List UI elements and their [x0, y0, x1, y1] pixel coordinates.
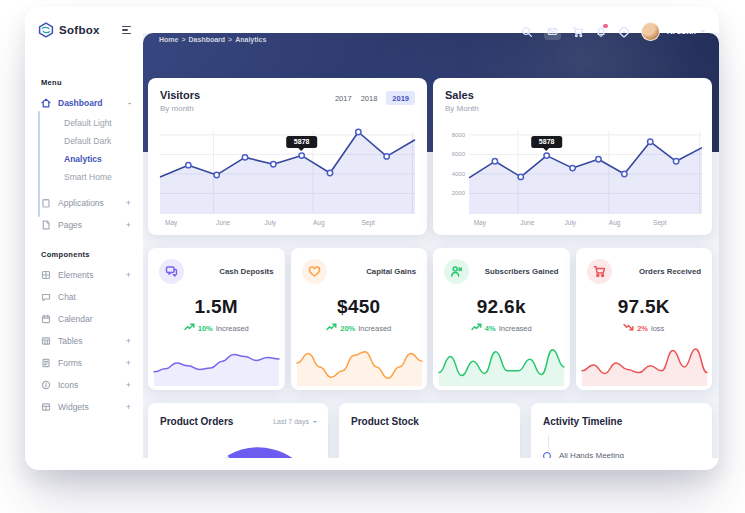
trend-up-icon [326, 323, 337, 333]
clipboard-icon [41, 198, 51, 208]
data-point-marker [356, 129, 361, 134]
sidebar-item-icons[interactable]: Icons + [25, 374, 143, 396]
data-point-marker [544, 153, 549, 158]
sidebar-item-analytics[interactable]: Analytics [25, 150, 143, 168]
breadcrumb-current: Analytics [235, 36, 266, 43]
stat-trend: 10% Increased [159, 323, 274, 333]
stat-trend: 2% loss [587, 323, 702, 333]
visitors-card: Visitors By month 2017 2018 2019 5878May… [148, 78, 427, 235]
x-axis-label: Sept [653, 219, 666, 226]
info-circle-icon [41, 380, 51, 390]
sidebar-item-widgets[interactable]: Widgets + [25, 396, 143, 418]
product-orders-donut-chart [193, 443, 323, 458]
calendar-icon [41, 314, 51, 324]
sidebar-item-chat[interactable]: Chat [25, 286, 143, 308]
stat-value: 97.5K [587, 296, 702, 318]
sidebar-item-applications[interactable]: Applications + [25, 192, 143, 214]
timeline-item[interactable]: All Hands Meeting [543, 451, 700, 458]
home-icon [41, 98, 51, 108]
sales-card: Sales By Month 5878MayJuneJulyAugSept800… [433, 78, 712, 235]
menu-section-label: Menu [41, 78, 143, 87]
x-axis-label: Sept [361, 219, 374, 226]
timeline-dot [543, 452, 551, 459]
activity-timeline-title: Activity Timeline [543, 416, 700, 427]
page-title: Analytics [159, 18, 216, 32]
x-axis-label: May [474, 219, 486, 226]
chart-tooltip: 5878 [286, 136, 318, 148]
stat-label: Subscribers Gained [485, 267, 559, 276]
breadcrumb-dashboard[interactable]: Dashboard [189, 36, 226, 43]
sidebar-item-tables[interactable]: Tables + [25, 330, 143, 352]
avatar[interactable] [641, 22, 660, 41]
visitors-subtitle: By month [160, 104, 415, 113]
chevron-down-icon [700, 30, 706, 36]
data-point-marker [673, 159, 678, 164]
sidebar-collapse-icon[interactable] [120, 24, 133, 36]
chat-bubbles-icon [159, 259, 184, 284]
data-point-marker [384, 154, 389, 159]
year-2017[interactable]: 2017 [335, 94, 352, 103]
sidebar-item-elements[interactable]: Elements + [25, 264, 143, 286]
data-point-marker [214, 172, 219, 177]
data-point-marker [242, 155, 247, 160]
last-7-days-dropdown[interactable]: Last 7 days [273, 418, 317, 425]
stat-card-orders-received: Orders Received 97.5K 2% loss [576, 248, 713, 390]
sales-line-chart: 5878MayJuneJulyAugSept8000600040002000 [469, 131, 702, 214]
x-axis-label: June [216, 219, 230, 226]
data-point-marker [518, 174, 523, 179]
y-axis-label: 8000 [443, 132, 465, 138]
year-selector: 2017 2018 2019 [335, 91, 415, 105]
chart-tooltip: 5878 [531, 136, 563, 148]
stat-card-cash-deposits: Cash Deposits 1.5M 10% Increased [148, 248, 285, 390]
data-point-marker [570, 165, 575, 170]
data-point-marker [648, 139, 653, 144]
sparkline [439, 342, 564, 386]
sidebar-item-forms[interactable]: Forms + [25, 352, 143, 374]
logo-row: Sofbox [25, 7, 143, 38]
breadcrumb: Home>Dashboard>Analytics [159, 36, 266, 43]
mail-icon[interactable] [544, 23, 561, 40]
data-point-marker [299, 153, 304, 158]
y-axis-label: 6000 [443, 151, 465, 157]
form-icon [41, 358, 51, 368]
user-menu[interactable]: Hi John [667, 27, 706, 36]
x-axis-label: Aug [609, 219, 621, 226]
sofbox-logo-icon [38, 22, 54, 38]
stat-trend: 4% Increased [444, 323, 559, 333]
sidebar-item-default-dark[interactable]: Default Dark [25, 132, 143, 150]
data-point-marker [622, 171, 627, 176]
compass-icon[interactable] [618, 26, 630, 38]
collapse-minus[interactable]: - [128, 98, 131, 108]
bell-icon[interactable] [595, 26, 607, 38]
data-point-marker [327, 170, 332, 175]
expand-plus[interactable]: + [126, 198, 131, 208]
sparkline [154, 342, 279, 386]
sidebar-item-calendar[interactable]: Calendar [25, 308, 143, 330]
expand-plus[interactable]: + [126, 220, 131, 230]
data-point-marker [596, 157, 601, 162]
main-area: Analytics Home>Dashboard>Analytics Hi Jo… [143, 7, 719, 458]
x-axis-label: May [165, 219, 177, 226]
year-2018[interactable]: 2018 [361, 94, 378, 103]
stat-value: $450 [302, 296, 417, 318]
search-icon[interactable] [521, 26, 533, 38]
sidebar: Sofbox Menu Dashboard - Default Light De… [25, 7, 143, 470]
table-icon [41, 336, 51, 346]
sidebar-item-default-light[interactable]: Default Light [25, 114, 143, 132]
stat-label: Capital Gains [366, 267, 416, 276]
x-axis-label: July [265, 219, 277, 226]
widgets-icon [41, 402, 51, 412]
data-point-marker [186, 162, 191, 167]
cart-icon[interactable] [572, 26, 584, 38]
sparkline [582, 342, 707, 386]
product-stock-title: Product Stock [351, 416, 508, 427]
sidebar-item-dashboard[interactable]: Dashboard - [25, 92, 143, 114]
sidebar-item-pages[interactable]: Pages + [25, 214, 143, 236]
app-window: Sofbox Menu Dashboard - Default Light De… [25, 7, 719, 470]
year-2019-active[interactable]: 2019 [386, 91, 415, 105]
x-axis-label: June [520, 219, 534, 226]
user-icon [444, 259, 469, 284]
breadcrumb-home[interactable]: Home [159, 36, 178, 43]
sidebar-item-smart-home[interactable]: Smart Home [25, 168, 143, 186]
visitors-line-chart: 5878MayJuneJulyAugSept [160, 131, 415, 214]
